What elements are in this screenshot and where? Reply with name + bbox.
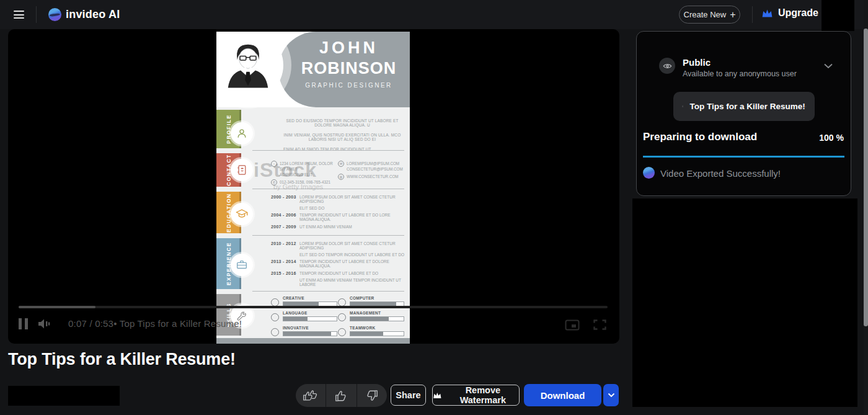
hamburger-menu-icon[interactable] [14, 11, 24, 19]
thumbs-down-icon [365, 390, 379, 402]
video-player[interactable]: JOHN ROBINSON GRAPHIC DESIGNER [8, 29, 619, 344]
top-bar: invideo AI Create New + Upgrade [0, 0, 868, 29]
skill-bar [350, 316, 404, 321]
contact-emails: ✉ LOREMIPSUM@IPSUM.COM CONSECTETUR@IPSUM… [338, 161, 406, 172]
phone-icon: ✆ [271, 179, 277, 185]
export-success-message: Video Exported Successfully! [660, 168, 781, 179]
seek-bar[interactable] [19, 306, 608, 308]
download-options-button[interactable] [603, 384, 619, 406]
header-divider [752, 6, 753, 23]
export-progress-bar [643, 156, 844, 158]
skills-right-column: COMPUTER MANAGEMENT TEAMWORK [338, 296, 404, 341]
skill-circle [338, 313, 346, 321]
resume-footer-strip [216, 338, 410, 344]
remove-watermark-button[interactable]: Remove Watermark [432, 385, 520, 406]
time-display: 0:07 / 0:53• Top Tips for a Killer Resum… [68, 318, 242, 329]
upgrade-label: Upgrade [778, 7, 818, 19]
visibility-dropdown[interactable] [823, 63, 833, 69]
video-frame: JOHN ROBINSON GRAPHIC DESIGNER [216, 32, 410, 344]
thumbs-up-button[interactable] [326, 384, 356, 407]
redacted-footer-area [8, 386, 120, 406]
thumbs-down-button[interactable] [357, 384, 387, 407]
profile-text-line: INIM VENIAM, QUIS NOSTRUD EXERCITATI ON … [278, 133, 406, 141]
resume-section-profile: PROFILE SED DO EIUSMOD TEMPOR INCIDIDUNT… [216, 107, 410, 151]
pause-button[interactable] [19, 318, 28, 329]
fullscreen-icon [593, 319, 606, 330]
visibility-title: Public [683, 57, 711, 68]
experience-entry: UT ENIM AD MINIM VENIAM TEMPOR INCIDIDUN… [271, 278, 405, 287]
volume-button[interactable] [37, 318, 51, 330]
chevron-down-icon [823, 63, 833, 69]
miniplayer-button[interactable] [565, 319, 580, 331]
resume-name-line2: ROBINSON [288, 59, 410, 78]
export-percent: 100 % [819, 133, 844, 143]
resume-section-education: EDUCATION 2000 - 2003LOREM IPSUM DOLOR S… [216, 189, 410, 236]
rating-button-group [296, 384, 387, 407]
skill-item: MANAGEMENT [338, 311, 404, 321]
education-badge [231, 203, 253, 225]
education-entry: 2000 - 2003LOREM IPSUM DOLOR SIT AMET CO… [271, 195, 405, 203]
skill-circle [338, 328, 346, 336]
page-title: Top Tips for a Killer Resume! [8, 350, 236, 369]
education-entry: 2007 - 2009UT ENIM AD MINIM VENIAM [271, 225, 405, 229]
resume-section-skills: SKILLS CREATIVE LANGUAGE [216, 292, 410, 338]
create-new-button[interactable]: Create New + [679, 6, 740, 24]
profile-badge [231, 122, 253, 145]
download-button[interactable]: Download [524, 384, 601, 406]
export-status-label: Preparing to download [643, 131, 757, 143]
total-duration: 0:53 [95, 318, 113, 329]
resume-avatar [216, 32, 283, 100]
skill-item: CREATIVE [271, 296, 337, 306]
resume-name-line1: JOHN [288, 38, 410, 58]
skill-item: TEAMWORK [338, 326, 404, 336]
location-pin-icon: ◦ [271, 161, 277, 167]
seek-bar-fill [19, 306, 95, 308]
invideo-logo-icon [643, 167, 655, 179]
skill-bar [283, 331, 337, 336]
exported-video-title: Top Tips for a Killer Resume! [689, 102, 805, 111]
resume-header: JOHN ROBINSON GRAPHIC DESIGNER [216, 32, 410, 107]
graduation-cap-icon [235, 207, 249, 221]
page-scrollbar [864, 0, 868, 415]
fullscreen-button[interactable] [593, 319, 606, 330]
contact-website: ◍ WWW.CONSECTETUR.COM [338, 174, 406, 180]
skill-item: INNOVATIVE [271, 326, 337, 336]
chevron-right-icon [805, 102, 806, 111]
scrollbar-thumb[interactable] [864, 29, 868, 326]
experience-entry: 2013 - 2014TEMPOR INCIDIDUNT UT LABORE E… [271, 259, 405, 268]
redacted-side-area [632, 199, 857, 407]
share-label: Share [396, 390, 420, 400]
chevron-down-icon [608, 393, 615, 398]
current-time: 0:07 [68, 318, 87, 329]
skill-circle [271, 313, 279, 321]
eye-icon [663, 63, 672, 69]
export-panel: Public Available to any anonymous user T… [636, 31, 851, 196]
man-avatar-icon [221, 38, 275, 92]
pip-icon [565, 319, 580, 331]
contact-phones: ✆ 012-345-3158, 098-765-4321 [271, 179, 339, 185]
contact-address: ◦ 1234 LOREM IPSUM, DOLOR SIT AMET ADIPI… [271, 161, 339, 177]
profile-text-line: SED DO EIUSMOD TEMPOR INCIDIDUNT UT LABO… [278, 118, 406, 127]
share-button[interactable]: Share [391, 385, 426, 406]
plus-icon: + [730, 9, 735, 20]
experience-entry: 2010 - 2012LOREM IPSUM DOLOR SIT AMET CO… [271, 241, 405, 250]
visibility-subtitle: Available to any anonymous user [683, 69, 797, 78]
thumbs-up-icon [334, 390, 348, 402]
skill-circle [271, 328, 279, 336]
crown-icon [761, 9, 773, 18]
double-thumbs-up-button[interactable] [296, 384, 326, 407]
experience-entry: ELIT SED DO TEMPOR INCIDIDUNT UT LABORE … [271, 252, 405, 257]
invideo-logo-icon[interactable] [48, 8, 61, 21]
briefcase-icon [235, 258, 249, 272]
create-new-label: Create New [684, 10, 727, 19]
envelope-icon: ✉ [338, 161, 344, 167]
resume-section-contact: CONTACT ◦ 1234 LOREM IPSUM, DOLOR SIT AM… [216, 151, 410, 189]
upgrade-button[interactable]: Upgrade [761, 7, 818, 19]
speaker-icon [37, 318, 51, 330]
contact-book-icon [236, 164, 248, 176]
person-icon [236, 127, 248, 140]
brand-title: invideo AI [66, 8, 120, 21]
exported-video-item[interactable]: Top Tips for a Killer Resume! [673, 92, 815, 121]
education-entry: 2004 - 2006TEMPOR INCIDIDUNT UT LABORE E… [271, 213, 405, 221]
skill-bar [283, 316, 337, 321]
